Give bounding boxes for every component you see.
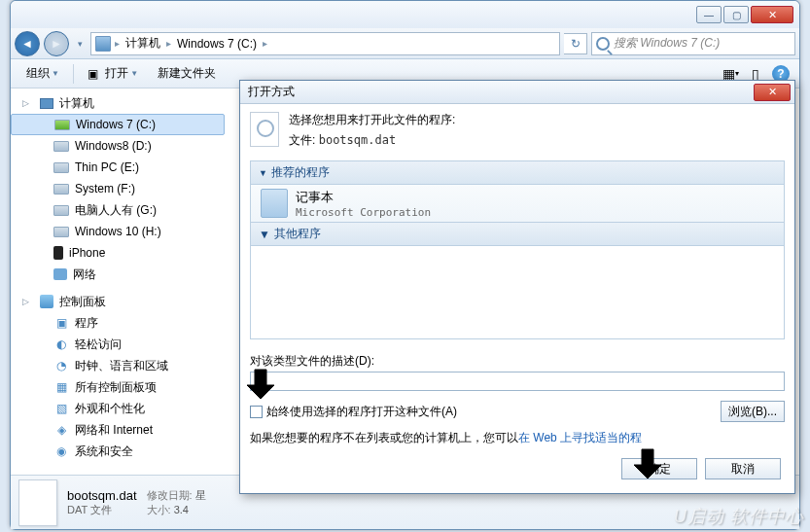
details-size-value: 3.4 [174, 504, 189, 515]
sidebar-drive-item[interactable]: 电脑人人有 (G:) [11, 199, 225, 221]
watermark: U启动 软件中心 [674, 505, 804, 528]
details-filename: bootsqm.dat [67, 488, 137, 503]
expand-icon: ▼ [259, 228, 270, 241]
sidebar-cp-item[interactable]: ◐轻松访问 [11, 334, 225, 355]
drive-label: Thin PC (E:) [75, 160, 139, 174]
drive-icon [53, 162, 69, 173]
hint-text: 如果您想要的程序不在列表或您的计算机上，您可以 [250, 431, 518, 444]
other-programs-area [251, 246, 784, 339]
details-size-label: 大小: [147, 504, 171, 515]
cp-item-icon: ◐ [53, 337, 69, 352]
cancel-button[interactable]: 取消 [705, 458, 781, 479]
always-use-checkbox[interactable]: 始终使用选择的程序打开这种文件(A) [250, 404, 457, 420]
details-modified-value: 星 [195, 489, 206, 501]
phone-icon [53, 246, 63, 260]
nav-bar: ◄ ► ▾ ▸ 计算机 ▸ Windows 7 (C:) ▸ ↻ 搜索 Wind… [11, 28, 799, 59]
drive-label: 电脑人人有 (G:) [75, 202, 157, 219]
ok-button[interactable]: 确定 [621, 458, 697, 479]
sidebar-drive-item[interactable]: Windows 7 (C:) [11, 114, 225, 135]
drive-label: Windows 10 (H:) [75, 225, 161, 238]
computer-icon [40, 98, 53, 109]
cp-item-label: 程序 [75, 315, 98, 332]
back-icon: ◄ [21, 37, 33, 51]
breadcrumb[interactable]: ▸ 计算机 ▸ Windows 7 (C:) ▸ [90, 32, 560, 55]
cp-item-icon: ▧ [53, 401, 69, 416]
cp-item-label: 外观和个性化 [75, 401, 145, 417]
chevron-right-icon: ▸ [164, 38, 173, 49]
drive-icon [53, 184, 69, 195]
refresh-button[interactable]: ↻ [564, 33, 587, 54]
chevron-down-icon: ▼ [130, 69, 138, 78]
collapse-icon: ▼ [259, 168, 267, 178]
sidebar-cp-item[interactable]: ▧外观和个性化 [11, 398, 225, 419]
maximize-button[interactable]: ▢ [723, 6, 749, 23]
dialog-close-button[interactable]: ✕ [754, 84, 791, 101]
sidebar-drive-item[interactable]: Windows 10 (H:) [11, 221, 225, 242]
sidebar-cp-item[interactable]: ◔时钟、语言和区域 [11, 355, 225, 376]
cp-item-icon: ◔ [53, 358, 69, 373]
window-close-button[interactable]: ✕ [751, 6, 793, 23]
web-search-link[interactable]: 在 Web 上寻找适当的程 [518, 431, 642, 444]
new-folder-button[interactable]: 新建文件夹 [150, 62, 224, 85]
dialog-title: 打开方式 [248, 84, 295, 100]
forward-icon: ► [51, 37, 62, 51]
chevron-down-icon: ▼ [52, 69, 59, 78]
cp-item-icon: ▣ [53, 315, 69, 331]
nav-pane: ▷计算机 Windows 7 (C:)Windows8 (D:)Thin PC … [11, 89, 225, 475]
sidebar-drive-item[interactable]: Thin PC (E:) [11, 157, 225, 178]
dialog-title-bar: 打开方式 ✕ [240, 81, 794, 104]
file-type-icon [250, 112, 279, 147]
window-title-bar: — ▢ ✕ [11, 1, 799, 28]
sidebar-cp-item[interactable]: ▣程序 [11, 312, 225, 334]
cp-item-icon: ◈ [53, 422, 69, 438]
nav-forward-button[interactable]: ► [44, 31, 69, 56]
separator [73, 64, 74, 84]
drive-label: Windows 7 (C:) [76, 118, 156, 131]
breadcrumb-drive[interactable]: Windows 7 (C:) [175, 37, 259, 51]
chevron-right-icon: ▸ [113, 38, 122, 49]
nav-history-button[interactable]: ▾ [73, 35, 87, 53]
sidebar-iphone[interactable]: iPhone [11, 242, 225, 264]
drive-icon [53, 227, 69, 237]
description-label: 对该类型文件的描述(D): [250, 354, 374, 368]
breadcrumb-computer[interactable]: 计算机 [123, 35, 162, 52]
program-vendor: Microsoft Corporation [296, 206, 431, 219]
network-icon [53, 268, 67, 280]
drive-icon [53, 141, 69, 152]
notepad-icon [261, 189, 288, 218]
sidebar-drive-item[interactable]: System (F:) [11, 178, 225, 199]
file-label: 文件: [289, 133, 315, 147]
minimize-button[interactable]: — [696, 6, 722, 23]
browse-button[interactable]: 浏览(B)... [721, 401, 785, 422]
drive-icon [95, 36, 111, 52]
chevron-right-icon: ▸ [261, 38, 269, 49]
nav-back-button[interactable]: ◄ [15, 31, 40, 56]
sidebar-cp-item[interactable]: ▦所有控制面板项 [11, 376, 225, 398]
dialog-prompt: 选择您想用来打开此文件的程序: [289, 112, 455, 128]
search-input[interactable]: 搜索 Windows 7 (C:) [591, 32, 795, 55]
other-programs-group-header[interactable]: ▼其他程序 [251, 222, 784, 246]
always-use-label: 始终使用选择的程序打开这种文件(A) [266, 404, 457, 420]
cp-item-label: 所有控制面板项 [75, 379, 157, 396]
control-panel-icon [40, 295, 53, 308]
cp-item-label: 轻松访问 [75, 337, 122, 353]
dialog-filename: bootsqm.dat [319, 133, 396, 147]
drive-label: System (F:) [75, 182, 135, 195]
open-menu[interactable]: ▣ 打开▼ [80, 62, 146, 85]
program-name: 记事本 [296, 189, 431, 206]
sidebar-drive-item[interactable]: Windows8 (D:) [11, 135, 225, 157]
organize-menu[interactable]: 组织▼ [18, 62, 67, 85]
cp-item-icon: ◉ [53, 443, 69, 459]
recommended-group-header[interactable]: ▼推荐的程序 [251, 161, 784, 185]
program-list: ▼推荐的程序 记事本 Microsoft Corporation ▼其他程序 [250, 160, 785, 339]
description-input[interactable] [250, 372, 785, 391]
details-modified-label: 修改日期: [147, 489, 193, 501]
sidebar-control-panel[interactable]: ▷控制面板 [11, 291, 225, 312]
sidebar-cp-item[interactable]: ◉系统和安全 [11, 441, 225, 462]
drive-label: Windows8 (D:) [75, 139, 152, 153]
program-item-notepad[interactable]: 记事本 Microsoft Corporation [251, 185, 784, 222]
details-filetype: DAT 文件 [67, 503, 137, 517]
sidebar-network[interactable]: 网络 [11, 264, 225, 285]
sidebar-computer[interactable]: ▷计算机 [11, 92, 225, 114]
sidebar-cp-item[interactable]: ◈网络和 Internet [11, 419, 225, 441]
